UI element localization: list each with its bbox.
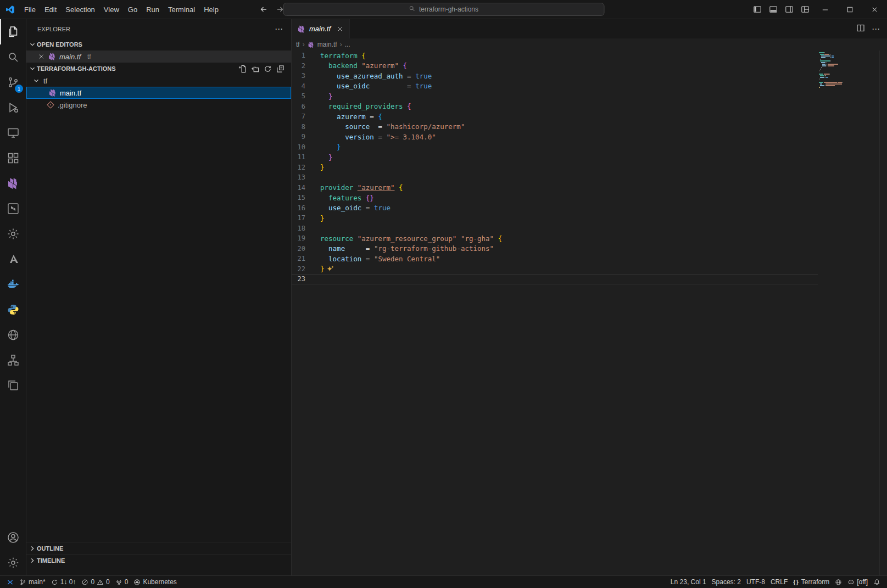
command-center-search[interactable]: terraform-gh-actions <box>283 3 604 16</box>
minimize-button[interactable] <box>813 0 838 19</box>
code-line-12[interactable]: 12} <box>292 163 818 173</box>
customize-layout-icon[interactable] <box>797 0 813 19</box>
activity-window-layers[interactable] <box>0 373 26 398</box>
code-line-7[interactable]: 7 azurerm = { <box>292 111 818 122</box>
status-eol-sequence[interactable]: CRLF <box>768 576 790 588</box>
status-kubernetes-context[interactable]: Kubernetes <box>131 576 179 588</box>
activity-docker[interactable] <box>0 272 26 297</box>
maximize-button[interactable] <box>838 0 862 19</box>
status-problems[interactable]: 00 <box>79 576 112 588</box>
code-line-19[interactable]: 19resource "azurerm_resource_group" "rg-… <box>292 233 818 244</box>
activity-remote-explorer[interactable] <box>0 120 26 145</box>
line-number: 10 <box>292 143 305 151</box>
timeline-header[interactable]: TIMELINE <box>26 554 291 566</box>
new-file-icon[interactable] <box>237 63 248 74</box>
activity-source-control[interactable]: 1 <box>0 70 26 95</box>
code-line-23[interactable]: 23 <box>292 274 818 284</box>
code-line-10[interactable]: 10 } <box>292 142 818 153</box>
breadcrumb-folder[interactable]: tf <box>296 41 300 48</box>
toggle-primary-sidebar-icon[interactable] <box>749 0 765 19</box>
activity-explorer[interactable] <box>0 19 26 44</box>
refresh-explorer-icon[interactable] <box>262 63 273 74</box>
status-live-preview[interactable] <box>832 576 845 588</box>
open-editors-header[interactable]: OPEN EDITORS <box>26 38 291 51</box>
status-ports[interactable]: 0 <box>113 576 131 588</box>
status-encoding[interactable]: UTF-8 <box>744 576 768 588</box>
activity-search[interactable] <box>0 44 26 70</box>
code-area[interactable]: 1terraform {2 backend "azurerm" {3 use_a… <box>292 51 818 575</box>
close-icon[interactable] <box>37 53 45 60</box>
code-line-22[interactable]: 22} <box>292 264 818 275</box>
activity-accounts[interactable] <box>0 525 26 550</box>
code-line-21[interactable]: 21 location = "Sweden Central" <box>292 254 818 264</box>
code-line-18[interactable]: 18 <box>292 223 818 234</box>
status-cursor-position[interactable]: Ln 23, Col 1 <box>668 576 709 588</box>
code-line-5[interactable]: 5 } <box>292 91 818 102</box>
editor-more-actions-icon[interactable]: ⋯ <box>872 24 880 34</box>
code-line-6[interactable]: 6 required_providers { <box>292 102 818 112</box>
code-line-3[interactable]: 3 use_azuread_auth = true <box>292 71 818 81</box>
copilot-sparkle-icon[interactable] <box>327 265 334 272</box>
close-window-button[interactable] <box>862 0 887 19</box>
activity-web[interactable] <box>0 322 26 348</box>
breadcrumb-symbol[interactable]: ... <box>345 41 350 48</box>
tree-item-gitignore[interactable]: .gitignore <box>26 99 291 111</box>
menu-view[interactable]: View <box>99 5 124 14</box>
menu-selection[interactable]: Selection <box>61 5 99 14</box>
toggle-secondary-sidebar-icon[interactable] <box>781 0 797 19</box>
tab-main-tf[interactable]: main.tf <box>292 19 350 38</box>
activity-hcp-terraform[interactable] <box>0 196 26 221</box>
project-section-header[interactable]: TERRAFORM-GH-ACTIONS <box>26 63 291 75</box>
activity-extensions[interactable] <box>0 145 26 171</box>
editor-scrollbar[interactable] <box>879 51 887 575</box>
open-editor-item[interactable]: main.tf tf <box>26 51 291 63</box>
activity-terraform[interactable] <box>0 171 26 196</box>
status-git-sync[interactable]: 1↓ 0↑ <box>48 576 79 588</box>
new-folder-icon[interactable] <box>249 63 260 74</box>
activity-object-hierarchy[interactable] <box>0 348 26 373</box>
tree-item-main-tf[interactable]: main.tf <box>26 87 291 99</box>
status-copilot-status[interactable]: [off] <box>845 576 871 588</box>
minimap[interactable] <box>818 51 879 575</box>
code-line-1[interactable]: 1terraform { <box>292 51 818 61</box>
code-text: location = "Sweden Central" <box>320 255 440 263</box>
back-button[interactable] <box>259 5 268 14</box>
breadcrumb-file[interactable]: main.tf <box>317 41 337 48</box>
status-remote-indicator[interactable] <box>4 576 16 588</box>
toggle-panel-icon[interactable] <box>765 0 781 19</box>
split-editor-icon[interactable] <box>856 24 865 34</box>
menu-file[interactable]: File <box>20 5 40 14</box>
outline-header[interactable]: OUTLINE <box>26 542 291 554</box>
terraform-box-icon <box>7 202 20 215</box>
activity-manage[interactable] <box>0 550 26 575</box>
status-git-branch[interactable]: main* <box>16 576 48 588</box>
code-line-15[interactable]: 15 features {} <box>292 193 818 203</box>
close-tab-icon[interactable] <box>336 25 344 33</box>
collapse-folders-icon[interactable] <box>275 63 286 74</box>
code-line-17[interactable]: 17} <box>292 213 818 223</box>
code-line-9[interactable]: 9 version = ">= 3.104.0" <box>292 132 818 142</box>
activity-extension-gear[interactable] <box>0 221 26 247</box>
code-line-4[interactable]: 4 use_oidc = true <box>292 81 818 92</box>
activity-run-and-debug[interactable] <box>0 95 26 120</box>
code-line-8[interactable]: 8 source = "hashicorp/azurerm" <box>292 122 818 132</box>
status-indentation[interactable]: Spaces: 2 <box>709 576 744 588</box>
code-line-14[interactable]: 14provider "azurerm" { <box>292 183 818 193</box>
menu-help[interactable]: Help <box>199 5 223 14</box>
status-notifications[interactable] <box>871 576 883 588</box>
copilot-icon <box>847 579 855 586</box>
code-line-20[interactable]: 20 name = "rg-terraform-github-actions" <box>292 244 818 254</box>
activity-azure[interactable] <box>0 247 26 272</box>
code-line-16[interactable]: 16 use_oidc = true <box>292 203 818 214</box>
menu-edit[interactable]: Edit <box>40 5 61 14</box>
menu-terminal[interactable]: Terminal <box>164 5 199 14</box>
explorer-more-actions-icon[interactable]: ⋯ <box>275 24 283 34</box>
code-line-13[interactable]: 13 <box>292 172 818 183</box>
tree-item-tf-folder[interactable]: tf <box>26 75 291 87</box>
menu-run[interactable]: Run <box>142 5 164 14</box>
code-line-11[interactable]: 11 } <box>292 152 818 163</box>
menu-go[interactable]: Go <box>124 5 142 14</box>
status-language-mode[interactable]: {}Terraform <box>790 576 832 588</box>
code-line-2[interactable]: 2 backend "azurerm" { <box>292 61 818 71</box>
activity-python[interactable] <box>0 297 26 322</box>
